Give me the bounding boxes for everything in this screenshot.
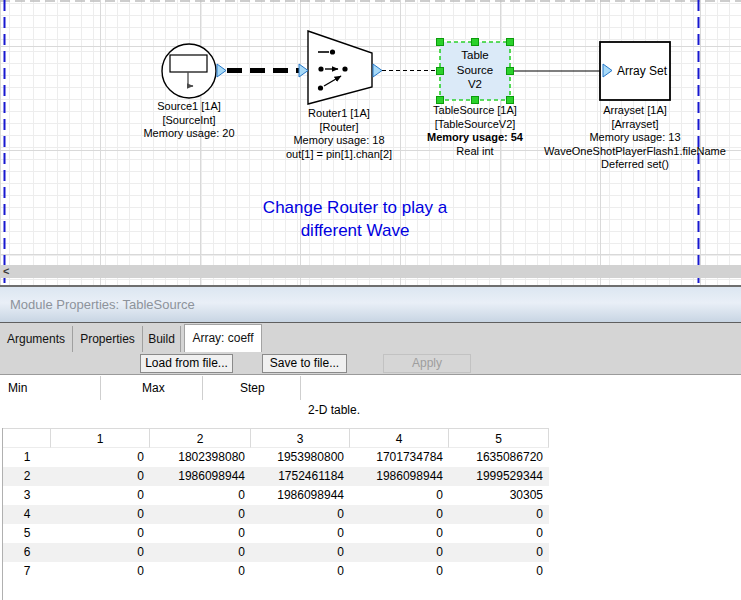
table-row: 7 0 0 0 0 0 — [3, 562, 549, 581]
router1-caption: Router1 [1A] [Router] Memory usage: 18 o… — [286, 107, 392, 161]
table-cell[interactable]: 0 — [150, 505, 251, 524]
arrayset-caption: Arrayset [1A] [Arrayset] Memory usage: 1… — [544, 104, 726, 172]
panel-toolbar-area: Arguments Properties Build Array: coeff … — [0, 322, 741, 375]
step-label: Step — [240, 381, 265, 395]
corner-cell — [3, 428, 51, 448]
row-header: 5 — [3, 524, 51, 543]
table-cell[interactable]: 1986098944 — [150, 467, 251, 486]
table-cell[interactable]: 0 — [449, 524, 549, 543]
router1-output-pin[interactable] — [373, 64, 382, 77]
field-separator — [300, 376, 301, 400]
tab-build[interactable]: Build — [143, 326, 181, 352]
table-row: 6 0 0 0 0 0 — [3, 543, 549, 562]
row-header: 3 — [3, 486, 51, 505]
table-cell[interactable]: 30305 — [449, 486, 549, 505]
tab-properties[interactable]: Properties — [73, 326, 143, 352]
arrayset-inner-label: Array Set — [617, 64, 667, 78]
table-row: 5 0 0 0 0 0 — [3, 524, 549, 543]
table-cell[interactable]: 0 — [150, 486, 251, 505]
table-cell[interactable]: 0 — [350, 505, 449, 524]
table-cell[interactable]: 0 — [251, 505, 350, 524]
table-cell[interactable]: 0 — [51, 524, 150, 543]
table-cell[interactable]: 0 — [51, 467, 150, 486]
table-cell[interactable]: 0 — [51, 562, 150, 581]
table-cell[interactable]: 1635086720 — [449, 448, 549, 467]
source1-output-pin[interactable] — [217, 64, 226, 77]
horizontal-scrollbar[interactable]: < — [0, 265, 741, 278]
row-header: 4 — [3, 505, 51, 524]
table-cell[interactable]: 0 — [350, 486, 449, 505]
panel-title: Module Properties: TableSource — [10, 287, 195, 322]
table-cell[interactable]: 1953980800 — [251, 448, 350, 467]
coeff-table: 1 2 3 4 5 1 0 1802398080 1953980800 1701… — [2, 428, 549, 600]
table-cell[interactable]: 1986098944 — [251, 486, 350, 505]
col-header: 2 — [150, 428, 251, 448]
tab-arguments[interactable]: Arguments — [0, 326, 73, 352]
tablesource-caption: TableSource [1A] [TableSourceV2] Memory … — [427, 104, 523, 158]
table-cell[interactable]: 0 — [251, 562, 350, 581]
table-cell[interactable]: 0 — [150, 524, 251, 543]
canvas-annotation[interactable]: Change Router to play a different Wave — [263, 196, 447, 242]
col-header: 4 — [350, 428, 449, 448]
table-cell[interactable]: 0 — [350, 524, 449, 543]
table-cell[interactable]: 0 — [251, 524, 350, 543]
table-cell[interactable]: 0 — [51, 543, 150, 562]
table-cell[interactable]: 0 — [449, 505, 549, 524]
apply-button[interactable]: Apply — [383, 354, 471, 373]
tab-array-coeff[interactable]: Array: coeff — [184, 324, 262, 352]
table-header-row: 1 2 3 4 5 — [3, 428, 549, 448]
max-label: Max — [142, 381, 165, 395]
row-header: 6 — [3, 543, 51, 562]
save-to-file-button[interactable]: Save to file... — [262, 354, 347, 373]
schematic-canvas[interactable]: Table Source V2 Array Set Source1 [1A] [… — [0, 0, 741, 285]
tab-strip: Arguments Properties Build — [0, 326, 181, 352]
min-label: Min — [8, 381, 27, 395]
scroll-left-icon[interactable]: < — [3, 265, 9, 278]
table-cell[interactable]: 0 — [449, 562, 549, 581]
col-header: 1 — [51, 428, 150, 448]
load-from-file-button[interactable]: Load from file... — [140, 354, 233, 373]
app-window: Table Source V2 Array Set Source1 [1A] [… — [0, 0, 741, 600]
router1-block[interactable] — [308, 31, 372, 104]
table-cell[interactable]: 0 — [51, 505, 150, 524]
col-header: 3 — [251, 428, 350, 448]
table-cell[interactable]: 0 — [51, 448, 150, 467]
table-row: 1 0 1802398080 1953980800 1701734784 163… — [3, 448, 549, 467]
table-cell[interactable]: 1802398080 — [150, 448, 251, 467]
table-cell[interactable]: 1999529344 — [449, 467, 549, 486]
table-cell[interactable]: 0 — [51, 486, 150, 505]
table-cell[interactable]: 0 — [251, 543, 350, 562]
table-cell[interactable]: 0 — [150, 543, 251, 562]
row-header: 1 — [3, 448, 51, 467]
table-cell[interactable]: 1752461184 — [251, 467, 350, 486]
table-row: 2 0 1986098944 1752461184 1986098944 199… — [3, 467, 549, 486]
source1-caption: Source1 [1A] [SourceInt] Memory usage: 2… — [143, 100, 234, 141]
table-row: 3 0 0 1986098944 0 30305 — [3, 486, 549, 505]
row-header: 7 — [3, 562, 51, 581]
table-cell[interactable]: 0 — [350, 562, 449, 581]
table-cell[interactable]: 1701734784 — [350, 448, 449, 467]
row-header: 2 — [3, 467, 51, 486]
tablesource-inner-label: Table Source V2 — [457, 48, 493, 92]
field-separator — [100, 376, 101, 400]
table-cell[interactable]: 0 — [449, 543, 549, 562]
router1-input-pin[interactable] — [299, 64, 308, 77]
table-cell[interactable]: 0 — [150, 562, 251, 581]
table-row: 4 0 0 0 0 0 — [3, 505, 549, 524]
table-cell[interactable]: 0 — [350, 543, 449, 562]
field-separator — [202, 376, 203, 400]
source1-symbol-rect — [170, 55, 207, 72]
col-header: 5 — [449, 428, 549, 448]
table-cell[interactable]: 1986098944 — [350, 467, 449, 486]
table-caption: 2-D table. — [308, 403, 360, 417]
panel-titlebar: Module Properties: TableSource — [0, 287, 741, 322]
